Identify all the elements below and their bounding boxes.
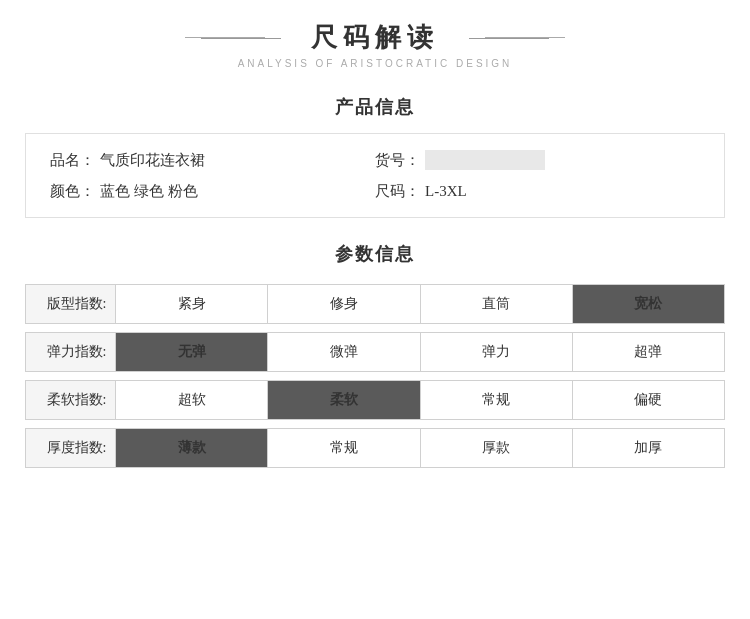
- product-name-col: 品名： 气质印花连衣裙: [50, 151, 375, 170]
- param-table-houdu: 厚度指数:薄款常规厚款加厚: [25, 428, 725, 468]
- product-sku-label: 货号：: [375, 151, 425, 170]
- product-info-box: 品名： 气质印花连衣裙 货号： 颜色： 蓝色 绿色 粉色 尺码： L-3XL: [25, 133, 725, 218]
- param-option-tanli-2[interactable]: 弹力: [420, 333, 572, 372]
- param-label-banxing: 版型指数:: [26, 285, 116, 324]
- param-table-banxing: 版型指数:紧身修身直筒宽松: [25, 284, 725, 324]
- param-label-houdu: 厚度指数:: [26, 429, 116, 468]
- product-info-row-1: 品名： 气质印花连衣裙 货号：: [50, 150, 700, 170]
- sub-title: ANALYSIS OF ARISTOCRATIC DESIGN: [0, 58, 750, 69]
- param-option-banxing-1[interactable]: 修身: [268, 285, 420, 324]
- product-color-col: 颜色： 蓝色 绿色 粉色: [50, 182, 375, 201]
- param-option-banxing-3[interactable]: 宽松: [572, 285, 724, 324]
- param-option-houdu-2[interactable]: 厚款: [420, 429, 572, 468]
- param-option-rouruan-0[interactable]: 超软: [116, 381, 268, 420]
- product-sku-col: 货号：: [375, 150, 700, 170]
- params-section-title: 参数信息: [335, 242, 415, 266]
- param-option-houdu-1[interactable]: 常规: [268, 429, 420, 468]
- param-option-rouruan-1[interactable]: 柔软: [268, 381, 420, 420]
- product-size-value: L-3XL: [425, 183, 467, 200]
- params-tables: 版型指数:紧身修身直筒宽松弹力指数:无弹微弹弹力超弹柔软指数:超软柔软常规偏硬厚…: [25, 284, 725, 476]
- param-label-tanli: 弹力指数:: [26, 333, 116, 372]
- product-name-value: 气质印花连衣裙: [100, 151, 205, 170]
- product-section-title: 产品信息: [335, 95, 415, 119]
- param-option-rouruan-3[interactable]: 偏硬: [572, 381, 724, 420]
- product-info-row-2: 颜色： 蓝色 绿色 粉色 尺码： L-3XL: [50, 182, 700, 201]
- param-option-tanli-0[interactable]: 无弹: [116, 333, 268, 372]
- param-option-tanli-1[interactable]: 微弹: [268, 333, 420, 372]
- product-name-label: 品名：: [50, 151, 100, 170]
- param-option-houdu-3[interactable]: 加厚: [572, 429, 724, 468]
- product-size-label: 尺码：: [375, 182, 425, 201]
- header-section: 尺码解读 ANALYSIS OF ARISTOCRATIC DESIGN: [0, 20, 750, 69]
- param-option-banxing-2[interactable]: 直筒: [420, 285, 572, 324]
- param-option-rouruan-2[interactable]: 常规: [420, 381, 572, 420]
- param-option-banxing-0[interactable]: 紧身: [116, 285, 268, 324]
- main-title: 尺码解读: [281, 20, 469, 55]
- product-color-label: 颜色：: [50, 182, 100, 201]
- param-option-houdu-0[interactable]: 薄款: [116, 429, 268, 468]
- product-color-value: 蓝色 绿色 粉色: [100, 182, 198, 201]
- product-sku-value: [425, 150, 545, 170]
- product-size-col: 尺码： L-3XL: [375, 182, 700, 201]
- param-label-rouruan: 柔软指数:: [26, 381, 116, 420]
- param-table-tanli: 弹力指数:无弹微弹弹力超弹: [25, 332, 725, 372]
- param-option-tanli-3[interactable]: 超弹: [572, 333, 724, 372]
- param-table-rouruan: 柔软指数:超软柔软常规偏硬: [25, 380, 725, 420]
